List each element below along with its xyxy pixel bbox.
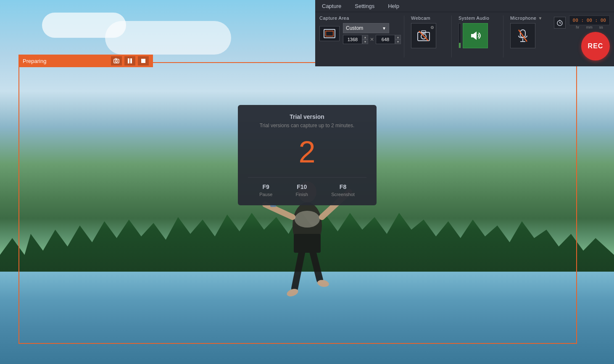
screenshot-btn[interactable] [111,56,122,65]
height-up-arrow[interactable]: ▲ [395,35,401,39]
shortcut-f8-key: F8 [340,183,346,190]
clock-icon [556,19,563,26]
width-up-arrow[interactable]: ▲ [362,35,368,39]
microphone-button[interactable] [510,23,535,48]
camera-small-icon [113,58,119,64]
stop-icon [141,58,146,63]
width-input[interactable] [343,35,362,44]
width-input-group: ▲ ▼ [343,35,368,44]
timer-display: 00 : 00 : 00 [569,16,610,25]
capture-preview-icon[interactable] [319,26,340,41]
shortcut-f9-key: F9 [263,183,269,190]
timer-mm-label: mm [583,25,595,29]
shortcut-f9: F9 Pause [259,183,272,197]
capture-area-controls: Custom ▼ ▲ ▼ ✕ [343,23,401,44]
trial-title: Trial version [248,113,366,120]
divider-3 [503,16,503,58]
timer-ss-label: ss [595,25,607,29]
svg-marker-17 [471,31,477,40]
system-audio-label: System Audio [459,16,489,21]
shortcut-f8-action: Screenshot [331,192,355,197]
capture-preview-row: Custom ▼ ▲ ▼ ✕ [319,23,401,44]
timer-hr-label: hr [572,25,583,29]
audio-level-fill [459,43,461,48]
trial-shortcuts: F9 Pause F10 Finish F8 Screenshot [248,177,366,197]
timer-rec-section: 00 : 00 : 00 hr mm ss REC [554,16,610,60]
divider-2 [451,16,452,58]
control-panel: Capture Area Custom ▼ [315,12,614,66]
svg-point-9 [295,211,320,228]
capture-area-label: Capture Area [319,16,349,21]
timer-display-container: 00 : 00 : 00 hr mm ss [569,16,610,29]
speaker-icon [469,30,482,42]
microphone-dropdown-arrow[interactable]: ▼ [538,16,542,21]
width-spin-arrows: ▲ ▼ [362,35,368,44]
dimension-row: ▲ ▼ ✕ ▲ ▼ [343,35,401,44]
shortcut-f10-action: Finish [296,192,308,197]
toolbar-capture[interactable]: Capture [319,2,344,10]
toolbar-settings[interactable]: Settings [352,2,377,10]
preparing-bar: Preparing [18,55,153,67]
width-down-arrow[interactable]: ▼ [362,39,368,44]
microphone-icon [517,29,529,42]
preparing-controls [111,56,149,65]
svg-point-27 [116,60,118,62]
timer-icon-button[interactable] [554,17,566,29]
microphone-label-row: Microphone ▼ [510,16,542,21]
height-input[interactable] [376,35,395,44]
webcam-section: Webcam ⚙ [411,16,445,48]
height-spin-arrows: ▲ ▼ [395,35,401,44]
rec-button[interactable]: REC [581,32,610,60]
timer-sub-labels: hr mm ss [572,25,607,29]
svg-rect-8 [294,234,321,253]
webcam-button[interactable]: ⚙ [411,23,436,48]
height-down-arrow[interactable]: ▼ [395,39,401,44]
trial-countdown: 2 [248,137,366,167]
toolbar-help[interactable]: Help [385,2,402,10]
capture-area-section: Capture Area Custom ▼ [319,16,397,44]
svg-rect-12 [326,31,333,36]
system-audio-section: System Audio [459,16,496,48]
webcam-gear-icon[interactable]: ⚙ [430,25,434,30]
preparing-label: Preparing [23,58,46,64]
dropdown-value: Custom [346,25,363,31]
webcam-label: Webcam [411,16,430,21]
custom-dropdown[interactable]: Custom ▼ [343,23,389,33]
dropdown-arrow-icon: ▼ [382,26,386,31]
system-audio-button[interactable] [463,23,488,48]
shortcut-f8: F8 Screenshot [331,183,355,197]
svg-line-2 [265,204,293,217]
svg-rect-31 [141,59,145,63]
cloud-2 [105,21,231,55]
webcam-camera-icon [417,30,430,42]
audio-level-bar [459,23,461,48]
trial-dialog: Trial version Trial versions can capture… [238,105,377,205]
microphone-section: Microphone ▼ [510,16,548,48]
shortcut-f9-action: Pause [259,192,272,197]
svg-rect-29 [128,58,129,63]
rec-button-label: REC [588,42,603,50]
shortcut-f10-key: F10 [297,183,307,190]
trial-subtitle: Trial versions can capture up to 2 minut… [248,123,366,128]
pause-btn[interactable] [124,56,135,65]
svg-rect-30 [130,58,132,63]
shortcut-f10: F10 Finish [296,183,308,197]
pause-icon [127,58,132,64]
microphone-label: Microphone [510,16,536,21]
divider-1 [404,16,404,58]
dimension-separator: ✕ [370,37,374,42]
stop-btn[interactable] [138,56,149,65]
height-input-group: ▲ ▼ [376,35,401,44]
toolbar: Capture Settings Help [315,0,614,12]
timer-row: 00 : 00 : 00 hr mm ss [554,16,610,29]
